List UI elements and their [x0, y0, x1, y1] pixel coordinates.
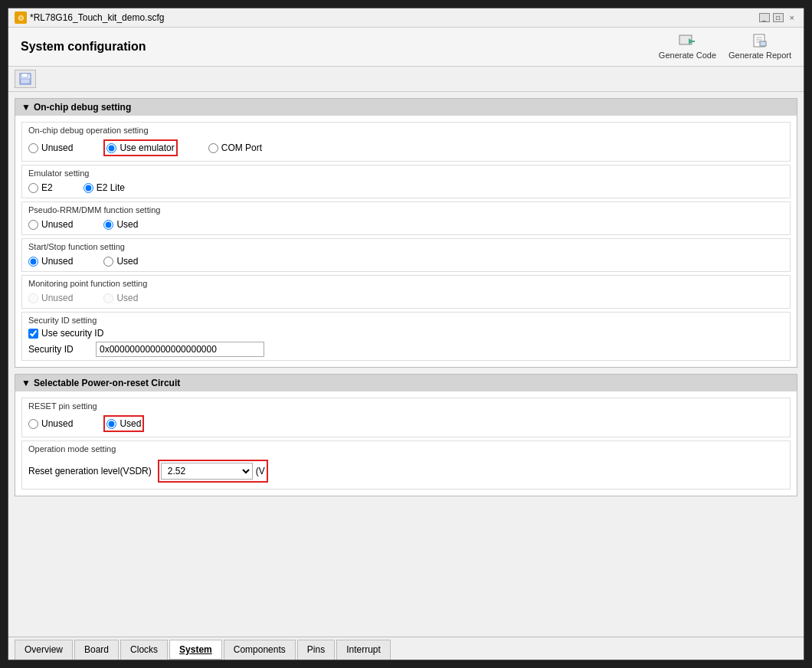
- tab-system[interactable]: System: [169, 640, 222, 660]
- save-button[interactable]: [15, 70, 36, 88]
- power-on-reset-header: ▼ Selectable Power-on-reset Circuit: [15, 375, 797, 391]
- reset-unused-radio-label[interactable]: Unused: [28, 415, 73, 432]
- use-emulator-highlight: Use emulator: [103, 139, 177, 156]
- onchip-debug-header: ▼ On-chip debug setting: [15, 99, 797, 116]
- pseudo-rrm-radios: Unused Used: [28, 218, 784, 231]
- tab-pins[interactable]: Pins: [297, 640, 335, 660]
- e2lite-radio-text: E2 Lite: [97, 182, 125, 193]
- title-bar: ⚙ *RL78G16_Touch_kit_demo.scfg _ □ ×: [8, 8, 804, 28]
- tab-board[interactable]: Board: [74, 640, 119, 660]
- pseudo-unused-radio-label[interactable]: Unused: [28, 219, 73, 230]
- com-port-radio-label[interactable]: COM Port: [208, 139, 262, 156]
- collapse-icon-2[interactable]: ▼: [21, 378, 31, 388]
- reset-used-highlight: Used: [103, 415, 144, 432]
- reset-level-unit: (V: [256, 466, 265, 476]
- reset-pin-label: RESET pin setting: [28, 401, 784, 411]
- e2lite-radio-label[interactable]: E2 Lite: [83, 182, 125, 193]
- reset-level-highlight: 2.52 3.00 3.50 (V: [158, 460, 268, 483]
- window-controls: _ □ ×: [759, 13, 797, 22]
- security-id-group: Security ID setting Use security ID Secu…: [21, 312, 791, 361]
- header-actions: Generate Code Generate Report: [659, 34, 791, 60]
- generate-code-icon: [678, 34, 696, 49]
- generate-report-icon: [751, 34, 769, 49]
- maximize-button[interactable]: □: [773, 13, 784, 22]
- operation-mode-group: Operation mode setting Reset generation …: [21, 440, 791, 490]
- e2-radio-text: E2: [41, 182, 53, 193]
- monitor-used-text: Used: [116, 293, 138, 303]
- pseudo-unused-radio[interactable]: [28, 220, 38, 230]
- unused-radio[interactable]: [28, 143, 38, 153]
- e2lite-radio[interactable]: [83, 183, 93, 193]
- onchip-debug-content: On-chip debug operation setting Unused U…: [15, 116, 797, 367]
- reset-pin-radios: Unused Used: [28, 414, 784, 434]
- pseudo-used-text: Used: [116, 219, 138, 230]
- tab-bar: Overview Board Clocks System Components …: [8, 637, 804, 660]
- generate-report-label: Generate Report: [729, 51, 791, 60]
- reset-level-label: Reset generation level(VSDR): [28, 466, 152, 476]
- security-id-field-label: Security ID: [28, 344, 90, 355]
- generate-report-button[interactable]: Generate Report: [729, 34, 791, 60]
- pseudo-rrm-label: Pseudo-RRM/DMM function setting: [28, 205, 784, 214]
- pseudo-rrm-group: Pseudo-RRM/DMM function setting Unused U…: [21, 201, 791, 235]
- header-area: System configuration Generate Code: [8, 28, 804, 67]
- com-port-radio[interactable]: [208, 143, 218, 153]
- reset-level-dropdown-container: 2.52 3.00 3.50 (V: [161, 463, 265, 480]
- unused-radio-label[interactable]: Unused: [28, 139, 73, 156]
- tab-interrupt[interactable]: Interrupt: [336, 640, 391, 660]
- toolbar-area: [8, 67, 804, 92]
- startstop-unused-radio-label[interactable]: Unused: [28, 256, 73, 267]
- reset-unused-text: Unused: [41, 418, 73, 429]
- use-emulator-radio-text: Use emulator: [120, 142, 174, 153]
- monitor-used-radio-label: Used: [103, 293, 138, 303]
- close-button[interactable]: ×: [787, 13, 797, 22]
- startstop-unused-text: Unused: [41, 256, 73, 267]
- e2-radio[interactable]: [28, 183, 38, 193]
- power-on-reset-title: Selectable Power-on-reset Circuit: [34, 378, 180, 388]
- monitor-unused-radio-label: Unused: [28, 293, 73, 303]
- reset-used-radio[interactable]: [106, 419, 116, 429]
- use-emulator-radio-label[interactable]: Use emulator: [106, 142, 174, 153]
- use-security-id-label: Use security ID: [41, 328, 103, 339]
- monitoring-point-group: Monitoring point function setting Unused…: [21, 275, 791, 309]
- reset-used-radio-label[interactable]: Used: [106, 418, 141, 429]
- generate-code-button[interactable]: Generate Code: [659, 34, 716, 60]
- tab-clocks[interactable]: Clocks: [120, 640, 168, 660]
- use-security-id-checkbox[interactable]: [28, 329, 38, 339]
- minimize-button[interactable]: _: [759, 13, 770, 22]
- pseudo-used-radio[interactable]: [103, 220, 113, 230]
- startstop-used-radio-label[interactable]: Used: [103, 256, 138, 267]
- title-bar-text: *RL78G16_Touch_kit_demo.scfg: [30, 12, 756, 23]
- power-on-reset-content: RESET pin setting Unused Used: [15, 391, 797, 496]
- app-icon: ⚙: [15, 11, 27, 24]
- reset-unused-radio[interactable]: [28, 419, 38, 429]
- svg-rect-10: [21, 79, 30, 84]
- content-area[interactable]: ▼ On-chip debug setting On-chip debug op…: [8, 92, 804, 637]
- start-stop-group: Start/Stop function setting Unused Used: [21, 238, 791, 272]
- security-id-value-row: Security ID: [28, 342, 784, 357]
- start-stop-label: Start/Stop function setting: [28, 242, 784, 251]
- startstop-used-text: Used: [116, 256, 138, 267]
- com-port-radio-text: COM Port: [221, 142, 262, 153]
- generate-code-label: Generate Code: [659, 51, 716, 60]
- collapse-icon[interactable]: ▼: [21, 102, 31, 113]
- use-security-id-row: Use security ID: [28, 328, 784, 339]
- reset-level-select[interactable]: 2.52 3.00 3.50: [161, 463, 253, 480]
- onchip-debug-section: ▼ On-chip debug setting On-chip debug op…: [15, 98, 797, 368]
- pseudo-unused-text: Unused: [41, 219, 73, 230]
- start-stop-radios: Unused Used: [28, 254, 784, 268]
- reset-pin-group: RESET pin setting Unused Used: [21, 398, 791, 437]
- use-emulator-radio[interactable]: [106, 143, 116, 153]
- operation-setting-label: On-chip debug operation setting: [28, 126, 784, 135]
- monitoring-point-label: Monitoring point function setting: [28, 279, 784, 288]
- monitoring-point-radios: Unused Used: [28, 291, 784, 305]
- svg-rect-9: [21, 74, 28, 77]
- security-id-input[interactable]: [96, 342, 264, 357]
- startstop-used-radio[interactable]: [103, 257, 113, 267]
- startstop-unused-radio[interactable]: [28, 257, 38, 267]
- pseudo-used-radio-label[interactable]: Used: [103, 219, 138, 230]
- tab-overview[interactable]: Overview: [15, 640, 73, 660]
- tab-components[interactable]: Components: [224, 640, 296, 660]
- monitor-unused-text: Unused: [41, 293, 73, 303]
- monitor-used-radio: [103, 293, 113, 303]
- e2-radio-label[interactable]: E2: [28, 182, 53, 193]
